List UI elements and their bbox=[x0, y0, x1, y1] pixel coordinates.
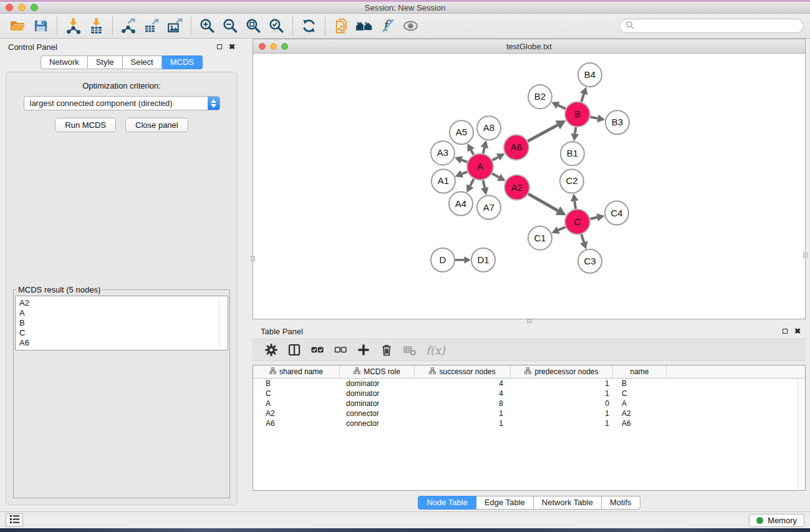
table-tab-motifs[interactable]: Motifs bbox=[602, 496, 640, 510]
memory-button[interactable]: Memory bbox=[749, 514, 804, 527]
first-neighbors-icon[interactable] bbox=[353, 16, 376, 37]
graph-edge-A-A8[interactable] bbox=[483, 148, 485, 153]
table-tab-network-table[interactable]: Network Table bbox=[534, 496, 602, 510]
table-tab-node-table[interactable]: Node Table bbox=[418, 496, 476, 510]
mcds-result-list[interactable]: A2ABCA6 bbox=[15, 296, 228, 351]
unselect-all-columns-icon[interactable] bbox=[332, 342, 349, 358]
run-mcds-button[interactable]: Run MCDS bbox=[55, 118, 116, 132]
mcds-result-item[interactable]: B bbox=[19, 318, 216, 328]
table-cell: 4 bbox=[415, 389, 511, 398]
graph-edge-B-B2[interactable] bbox=[558, 105, 566, 109]
table-options-gear-icon[interactable] bbox=[263, 342, 279, 358]
graph-edge-A-A2[interactable] bbox=[492, 173, 499, 177]
splitter-grip[interactable] bbox=[251, 256, 255, 261]
graph-edge-A-A7[interactable] bbox=[483, 180, 485, 188]
toggle-graphics-details-icon[interactable]: f bbox=[376, 16, 399, 37]
refresh-view-icon[interactable] bbox=[297, 16, 321, 37]
save-session-icon[interactable] bbox=[29, 16, 52, 37]
column-header-successor-nodes[interactable]: successor nodes bbox=[415, 365, 511, 378]
float-panel-icon[interactable] bbox=[783, 329, 788, 334]
splitter-grip[interactable] bbox=[803, 253, 808, 258]
table-cell: 1 bbox=[511, 389, 613, 398]
import-network-icon[interactable] bbox=[62, 16, 85, 37]
network-close-button[interactable] bbox=[259, 43, 266, 50]
graph-edge-C-C1[interactable] bbox=[558, 227, 565, 230]
graph-edge-B-B4[interactable] bbox=[581, 94, 584, 102]
zoom-out-icon[interactable] bbox=[219, 16, 242, 37]
tab-network[interactable]: Network bbox=[41, 56, 88, 69]
search-field[interactable] bbox=[619, 19, 804, 33]
table-row[interactable]: Cdominator41C bbox=[253, 389, 805, 399]
network-minimize-button[interactable] bbox=[270, 43, 277, 50]
table-tab-edge-table[interactable]: Edge Table bbox=[476, 496, 534, 510]
mcds-result-item[interactable]: A bbox=[19, 308, 216, 318]
graph-edge-B-B3[interactable] bbox=[591, 117, 598, 118]
graph-edge-A-A5[interactable] bbox=[471, 150, 473, 155]
network-canvas[interactable]: AA1A2A3A4A5A6A7A8BB1B2B3B4CC1C2C3C4DD1 bbox=[253, 54, 805, 319]
graph-edge-A-A6[interactable] bbox=[492, 157, 498, 160]
import-table-icon[interactable] bbox=[85, 16, 108, 37]
tab-mcds[interactable]: MCDS bbox=[162, 56, 203, 69]
column-header-name[interactable]: name bbox=[613, 365, 667, 378]
table-row[interactable]: Adominator80A bbox=[253, 399, 805, 409]
graph-edge-A-A1[interactable] bbox=[462, 172, 468, 173]
zoom-in-icon[interactable] bbox=[196, 16, 219, 37]
column-header-MCDS-role[interactable]: MCDS role bbox=[340, 365, 415, 378]
table-cell: A6 bbox=[613, 419, 667, 428]
export-table-icon[interactable] bbox=[140, 16, 163, 37]
task-history-button[interactable] bbox=[6, 513, 23, 527]
search-input[interactable] bbox=[638, 21, 798, 31]
close-panel-icon[interactable]: ✖ bbox=[794, 327, 801, 335]
network-graph[interactable]: AA1A2A3A4A5A6A7A8BB1B2B3B4CC1C2C3C4DD1 bbox=[253, 54, 805, 319]
network-window-titlebar[interactable]: testGlobe.txt bbox=[253, 39, 805, 54]
mcds-result-item[interactable]: A2 bbox=[19, 298, 216, 308]
zoom-selected-icon[interactable] bbox=[265, 16, 288, 37]
close-panel-button[interactable]: Close panel bbox=[125, 118, 188, 132]
table-panel: Table Panel ✖ bbox=[253, 324, 806, 511]
graph-edge-C-C2[interactable] bbox=[574, 201, 576, 209]
table-row[interactable]: Bdominator41B bbox=[253, 379, 805, 389]
column-header-predecessor-nodes[interactable]: predecessor nodes bbox=[511, 365, 613, 378]
open-session-icon[interactable] bbox=[6, 16, 29, 37]
network-zoom-button[interactable] bbox=[281, 43, 288, 50]
graph-edge-A-A4[interactable] bbox=[470, 179, 474, 186]
table-row[interactable]: A2connector11A2 bbox=[253, 409, 805, 418]
graph-edge-B-B1[interactable] bbox=[575, 127, 576, 133]
tab-style[interactable]: Style bbox=[88, 56, 123, 69]
graph-node-label: A5 bbox=[456, 127, 467, 137]
graph-edge-A2-C[interactable] bbox=[528, 194, 557, 211]
show-columns-icon[interactable] bbox=[286, 342, 302, 358]
delete-column-icon[interactable] bbox=[378, 342, 395, 358]
graph-edge-C-C3[interactable] bbox=[581, 235, 584, 243]
clone-network-icon[interactable] bbox=[330, 16, 353, 37]
export-network-icon[interactable] bbox=[117, 16, 140, 37]
table-panel-header: Table Panel ✖ bbox=[253, 324, 806, 339]
graph-node-label: C4 bbox=[610, 208, 622, 218]
table-row[interactable]: A6connector11A6 bbox=[253, 418, 805, 428]
delete-table-icon[interactable] bbox=[402, 342, 418, 358]
horizontal-splitter[interactable] bbox=[253, 319, 806, 324]
zoom-fit-icon[interactable] bbox=[242, 16, 265, 37]
function-builder-icon[interactable]: f(x) bbox=[425, 342, 445, 358]
column-header-shared-name[interactable]: shared name bbox=[253, 365, 340, 378]
select-all-columns-icon[interactable] bbox=[309, 342, 325, 358]
criterion-select[interactable]: largest connected component (directed) bbox=[24, 96, 220, 110]
close-panel-icon[interactable]: ✖ bbox=[229, 43, 235, 51]
show-hide-panel-icon[interactable] bbox=[399, 16, 422, 37]
table-scrollbar[interactable] bbox=[798, 379, 805, 490]
graph-node-label: C bbox=[574, 216, 581, 227]
column-header-label: predecessor nodes bbox=[534, 367, 598, 376]
graph-edge-C-C4[interactable] bbox=[590, 218, 597, 220]
tab-select[interactable]: Select bbox=[123, 56, 162, 69]
export-image-icon[interactable] bbox=[163, 16, 186, 37]
graph-edge-A6-B[interactable] bbox=[528, 125, 557, 141]
criterion-selected-value: largest connected component (directed) bbox=[24, 99, 208, 108]
table-tabs: Node TableEdge TableNetwork TableMotifs bbox=[418, 496, 640, 510]
splitter-grip[interactable] bbox=[527, 319, 532, 323]
add-column-icon[interactable] bbox=[355, 342, 372, 358]
float-panel-icon[interactable] bbox=[217, 44, 222, 49]
list-scrollbar[interactable] bbox=[219, 297, 227, 349]
graph-edge-A-A3[interactable] bbox=[461, 160, 467, 162]
mcds-result-item[interactable]: A6 bbox=[19, 338, 216, 348]
mcds-result-item[interactable]: C bbox=[19, 328, 216, 338]
